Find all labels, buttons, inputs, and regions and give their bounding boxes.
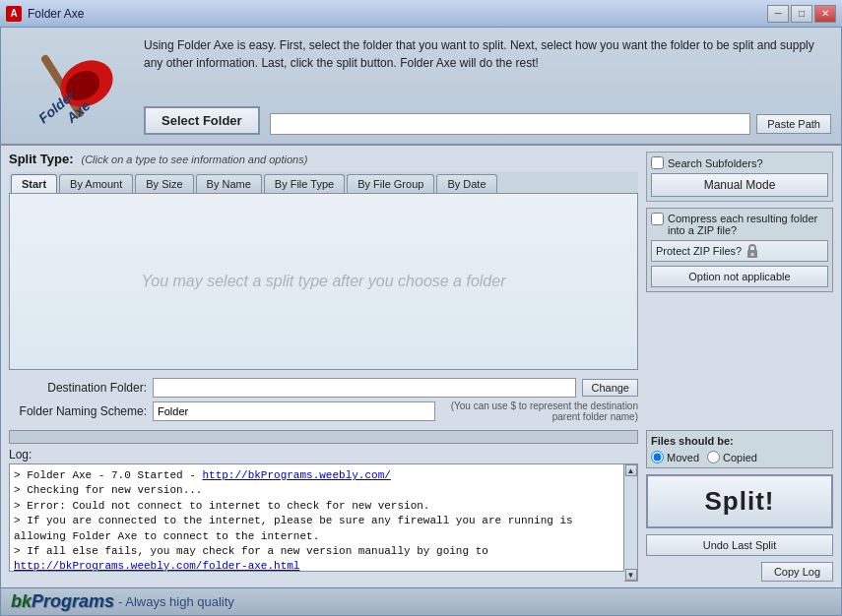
manual-mode-button[interactable]: Manual Mode <box>651 173 828 197</box>
log-section: Log: > Folder Axe - 7.0 Started - http:/… <box>9 448 638 582</box>
radio-row: Moved Copied <box>651 451 828 463</box>
copied-option: Copied <box>707 451 757 463</box>
change-button[interactable]: Change <box>582 379 638 397</box>
tab-content: You may select a split type after you ch… <box>9 193 638 370</box>
bottom-bar: bkPrograms - Always high quality <box>1 587 841 615</box>
files-should-be-label: Files should be: <box>651 435 828 447</box>
path-input[interactable] <box>270 113 751 135</box>
copied-label: Copied <box>723 452 757 463</box>
zip-checkbox-row: Compress each resulting folder into a ZI… <box>651 213 828 236</box>
top-buttons-row: Select Folder Paste Path <box>144 106 831 135</box>
log-textarea[interactable]: > Folder Axe - 7.0 Started - http://bkPr… <box>9 463 624 572</box>
copy-log-button[interactable]: Copy Log <box>761 562 833 582</box>
title-bar: A Folder Axe ─ □ ✕ <box>0 0 842 28</box>
content-area: Split Type: (Click on a type to see info… <box>1 146 841 587</box>
tab-by-name[interactable]: By Name <box>196 174 262 193</box>
protect-zip-label: Protect ZIP Files? <box>656 245 742 257</box>
tab-by-size[interactable]: By Size <box>135 174 193 193</box>
moved-option: Moved <box>651 451 699 463</box>
log-line-2: > Checking for new version... <box>14 483 619 498</box>
naming-row: Folder Naming Scheme: (You can use $ to … <box>9 400 638 422</box>
app-icon: A <box>6 6 22 22</box>
top-section: Folder Axe Using Folder Axe is easy. Fir… <box>1 28 841 146</box>
split-type-label: Split Type: <box>9 152 73 166</box>
search-subfolders-checkbox[interactable] <box>651 156 664 169</box>
search-subfolders-label: Search Subfolders? <box>668 157 763 169</box>
tabs-row: Start By Amount By Size By Name By File … <box>9 172 638 193</box>
naming-input[interactable] <box>153 401 435 421</box>
close-button[interactable]: ✕ <box>814 5 836 23</box>
split-button[interactable]: Split! <box>646 474 833 528</box>
logo-area: Folder Axe <box>11 36 139 135</box>
select-folder-button[interactable]: Select Folder <box>144 106 260 135</box>
files-should-be-section: Files should be: Moved Copied <box>646 430 833 468</box>
search-subfolders-row: Search Subfolders? <box>651 156 828 169</box>
log-line-3: > Error: Could not connect to internet t… <box>14 499 619 514</box>
tab-placeholder: You may select a split type after you ch… <box>142 273 506 290</box>
window-title: Folder Axe <box>28 7 767 21</box>
tabs-container: Start By Amount By Size By Name By File … <box>9 172 638 370</box>
naming-label: Folder Naming Scheme: <box>9 404 147 418</box>
lock-icon <box>745 243 759 259</box>
tab-by-file-type[interactable]: By File Type <box>264 174 345 193</box>
split-type-hint: (Click on a type to see information and … <box>81 154 307 165</box>
log-line-1: > Folder Axe - 7.0 Started - http://bkPr… <box>14 468 619 483</box>
compress-label: Compress each resulting folder into a ZI… <box>668 213 828 236</box>
compress-zip-checkbox[interactable] <box>651 213 664 225</box>
main-window: Folder Axe Using Folder Axe is easy. Fir… <box>0 28 842 616</box>
progress-bar <box>9 430 638 444</box>
window-controls: ─ □ ✕ <box>767 5 836 23</box>
log-link-1[interactable]: http://bkPrograms.weebly.com/ <box>202 469 390 481</box>
scroll-up-arrow[interactable]: ▲ <box>625 464 637 476</box>
path-input-area: Paste Path <box>270 113 831 135</box>
log-scrollbar[interactable]: ▲ ▼ <box>624 463 638 582</box>
fields-area: Destination Folder: Change Folder Naming… <box>9 378 638 422</box>
split-type-header: Split Type: (Click on a type to see info… <box>9 152 638 166</box>
right-panel: Search Subfolders? Manual Mode Compress … <box>646 152 833 582</box>
moved-label: Moved <box>667 452 699 463</box>
paste-path-button[interactable]: Paste Path <box>756 114 831 134</box>
option-not-applicable-button[interactable]: Option not applicable <box>651 266 828 287</box>
zip-section: Compress each resulting folder into a ZI… <box>646 208 833 292</box>
naming-note: (You can use $ to represent the destinat… <box>441 400 638 422</box>
scroll-track <box>624 476 637 569</box>
top-right-area: Using Folder Axe is easy. First, select … <box>139 36 831 135</box>
log-line-4: > If you are connected to the internet, … <box>14 514 619 544</box>
log-container: > Folder Axe - 7.0 Started - http://bkPr… <box>9 463 638 582</box>
destination-label: Destination Folder: <box>9 381 147 395</box>
log-label: Log: <box>9 448 638 462</box>
description-text: Using Folder Axe is easy. First, select … <box>144 36 831 100</box>
tab-by-amount[interactable]: By Amount <box>59 174 133 193</box>
right-top-options: Search Subfolders? Manual Mode <box>646 152 833 202</box>
brand-tagline: - Always high quality <box>118 594 234 609</box>
left-panel: Split Type: (Click on a type to see info… <box>9 152 638 582</box>
tab-start[interactable]: Start <box>11 174 57 193</box>
tab-by-date[interactable]: By Date <box>436 174 496 193</box>
minimize-button[interactable]: ─ <box>767 5 789 23</box>
tab-by-file-group[interactable]: By File Group <box>347 174 434 193</box>
moved-radio[interactable] <box>651 451 664 463</box>
log-line-5: > If all else fails, you may check for a… <box>14 544 619 572</box>
copied-radio[interactable] <box>707 451 720 463</box>
maximize-button[interactable]: □ <box>791 5 812 23</box>
destination-row: Destination Folder: Change <box>9 378 638 398</box>
scroll-down-arrow[interactable]: ▼ <box>625 569 637 581</box>
app-logo: Folder Axe <box>16 39 134 133</box>
protect-zip-row: Protect ZIP Files? <box>651 240 828 262</box>
brand-name: bkPrograms <box>11 591 114 612</box>
destination-input[interactable] <box>153 378 576 398</box>
undo-last-split-button[interactable]: Undo Last Split <box>646 534 833 556</box>
log-link-2[interactable]: http://bkPrograms.weebly.com/folder-axe.… <box>14 560 299 572</box>
svg-rect-6 <box>751 253 754 256</box>
